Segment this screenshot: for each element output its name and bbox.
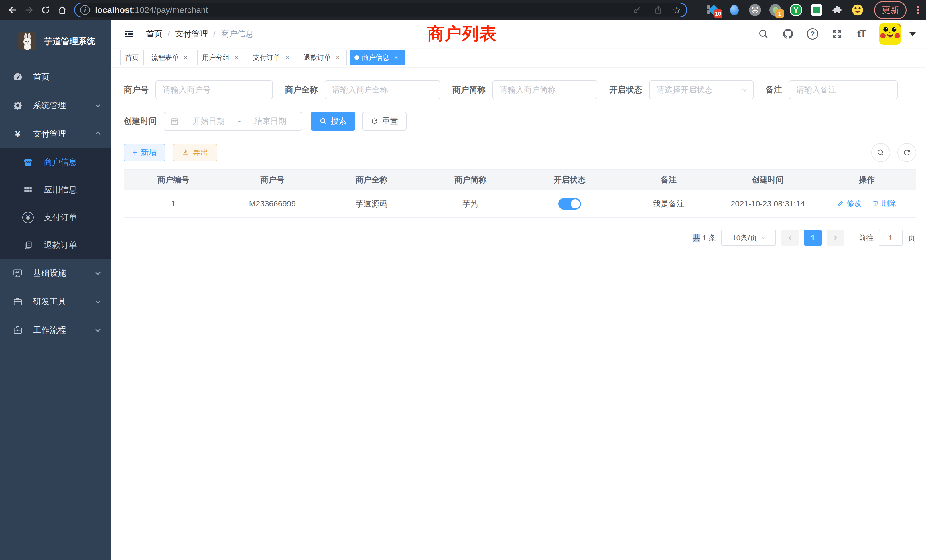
sidebar: 芋道管理系统 首页 系统管理 ¥ 支付管理 商户信息 [0,20,111,560]
page-1-button[interactable]: 1 [804,230,822,246]
download-icon [181,148,189,157]
tab-merchant-info[interactable]: 商户信息× [350,50,405,65]
next-page-button[interactable] [827,230,844,246]
page-size-select[interactable]: 10条/页 [721,230,776,246]
refresh-button[interactable] [897,143,916,162]
delete-link[interactable]: 删除 [872,198,896,209]
sidebar-item-app-info[interactable]: 应用信息 [0,176,111,204]
tags-view: 首页 流程表单× 用户分组× 支付订单× 退款订单× 商户信息× [111,48,926,67]
cell-merchant-id: 1 [124,190,223,218]
merchant-name-input[interactable] [325,80,440,99]
chevron-down-icon [95,298,100,303]
breadcrumb: 首页 / 支付管理 / 商户信息 [146,28,254,39]
merchant-no-label: 商户号 [124,84,148,95]
search-button[interactable]: 搜索 [311,112,355,130]
sidebar-item-workflow[interactable]: 工作流程 [0,316,111,344]
col-create-time: 创建时间 [718,170,817,190]
extension-emoji-icon[interactable] [851,4,864,16]
date-range-picker[interactable]: 开始日期 - 结束日期 [163,112,302,130]
status-toggle[interactable] [558,198,581,210]
extension-y-icon[interactable]: Y [790,4,802,16]
merchant-no-input[interactable] [155,80,273,99]
dashboard-icon [11,71,24,83]
table-row: 1 M233666999 芋道源码 芋艿 我是备注 2021-10-23 08:… [124,190,916,218]
browser-reload-button[interactable] [38,3,53,17]
sidebar-item-infra[interactable]: 基础设施 [0,259,111,288]
extension-command-icon[interactable]: ⌘ [749,4,761,16]
password-key-icon[interactable] [630,3,644,17]
sidebar-item-refund-order[interactable]: 退款订单 [0,231,111,259]
address-bar[interactable]: i localhost:1024/pay/merchant ☆ [74,3,687,17]
browser-menu-icon[interactable]: ⋮ [913,4,923,16]
status-select-input[interactable] [649,80,754,99]
tab-flow-form[interactable]: 流程表单× [147,50,194,65]
add-button[interactable]: + 新增 [124,144,165,161]
user-avatar[interactable] [879,23,901,45]
prev-page-button[interactable] [781,230,799,246]
sidebar-item-pay-order[interactable]: ¥ 支付订单 [0,204,111,231]
extension-chat-icon[interactable] [810,4,823,16]
chevron-up-icon [95,132,100,136]
extensions-area: 10 ⌘ 1 Y [708,4,864,16]
page-header: 首页 / 支付管理 / 商户信息 商户列表 ? tT [111,20,926,48]
yen-circle-icon: ¥ [22,211,34,224]
close-icon[interactable]: × [232,54,241,62]
remark-input[interactable] [789,80,898,99]
col-remark: 备注 [619,170,719,190]
sidebar-item-dev-tools[interactable]: 研发工具 [0,288,111,316]
col-merchant-id: 商户编号 [124,170,223,190]
tab-refund-order[interactable]: 退款订单× [299,50,346,65]
sidebar-item-pay[interactable]: ¥ 支付管理 [0,120,111,148]
col-status: 开启状态 [520,170,619,190]
document-icon [22,239,34,251]
col-merchant-name: 商户全称 [322,170,421,190]
breadcrumb-pay[interactable]: 支付管理 [175,28,208,39]
browser-home-button[interactable] [55,3,70,17]
fullscreen-icon[interactable] [830,27,844,41]
search-icon[interactable] [757,27,770,41]
export-button[interactable]: 导出 [173,144,217,161]
merchant-table: 商户编号 商户号 商户全称 商户简称 开启状态 备注 创建时间 操作 1 M23… [124,170,916,218]
close-icon[interactable]: × [182,54,189,62]
reset-button[interactable]: 重置 [362,112,407,130]
tab-home[interactable]: 首页 [120,50,144,65]
edit-link[interactable]: 修改 [837,198,862,209]
close-icon[interactable]: × [283,54,291,62]
cell-create-time: 2021-10-23 08:31:14 [718,190,817,218]
breadcrumb-home[interactable]: 首页 [146,28,162,39]
calendar-icon [170,117,179,126]
tab-pay-order[interactable]: 支付订单× [248,50,296,65]
extension-diamond-icon[interactable]: 10 [708,4,720,16]
goto-page-input[interactable] [879,230,903,246]
extension-balloon-icon[interactable] [728,4,741,16]
extension-proxy-icon[interactable]: 1 [769,4,782,16]
github-icon[interactable] [781,27,795,41]
share-icon[interactable] [651,3,665,17]
app-logo[interactable]: 芋道管理系统 [0,20,111,63]
cell-merchant-name: 芋道源码 [322,190,421,218]
hide-search-button[interactable] [871,143,890,162]
sidebar-item-system[interactable]: 系统管理 [0,91,111,120]
chevron-down-icon [95,327,100,332]
tab-user-group[interactable]: 用户分组× [197,50,245,65]
browser-update-button[interactable]: 更新 [874,1,906,19]
avatar-dropdown-caret[interactable] [909,32,916,36]
close-icon[interactable]: × [334,54,342,62]
status-select[interactable] [649,80,754,99]
goto-label: 前往 [859,233,873,243]
browser-forward-button[interactable] [22,3,36,17]
short-name-input[interactable] [492,80,597,99]
sidebar-item-merchant-info[interactable]: 商户信息 [0,148,111,176]
close-icon[interactable]: × [392,54,400,62]
cell-short-name: 芋艿 [421,190,520,218]
col-short-name: 商户简称 [421,170,520,190]
sidebar-fold-icon[interactable] [120,24,139,43]
col-actions: 操作 [817,170,917,190]
extensions-puzzle-icon[interactable] [831,4,843,16]
sidebar-item-home[interactable]: 首页 [0,63,111,91]
help-icon[interactable]: ? [806,27,819,41]
bookmark-star-icon[interactable]: ☆ [673,4,681,16]
browser-back-button[interactable] [5,3,20,17]
site-info-icon[interactable]: i [80,5,90,15]
font-size-icon[interactable]: tT [855,27,869,41]
